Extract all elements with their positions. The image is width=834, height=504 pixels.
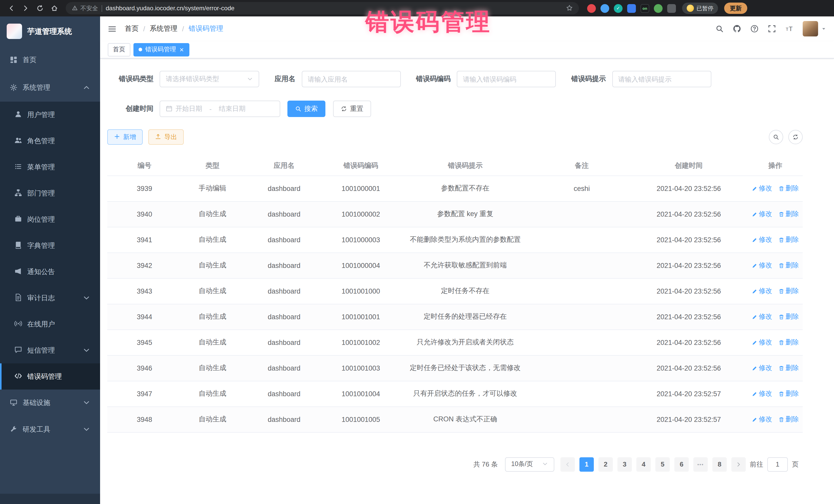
sidebar-collapse-bar[interactable] xyxy=(0,494,100,504)
extension-puzzle-icon[interactable] xyxy=(667,4,676,13)
cell-created: 2021-04-20 23:52:56 xyxy=(630,176,748,201)
delete-link[interactable]: 删除 xyxy=(778,389,799,398)
page-url: dashboard.yudao.iocoder.cn/system/error-… xyxy=(106,5,235,12)
close-icon[interactable] xyxy=(179,47,184,52)
edit-link[interactable]: 修改 xyxy=(752,184,772,193)
fullscreen-icon[interactable] xyxy=(768,25,776,33)
tab-home[interactable]: 首页 xyxy=(108,43,130,56)
sidebar-item-error-codes[interactable]: 错误码管理 xyxy=(0,364,100,390)
sidebar-item-online-users[interactable]: 在线用户 xyxy=(0,311,100,337)
sidebar-item-menus[interactable]: 菜单管理 xyxy=(0,154,100,180)
sidebar-item-users[interactable]: 用户管理 xyxy=(0,102,100,128)
extension-grid-icon[interactable] xyxy=(627,4,636,13)
forward-icon[interactable] xyxy=(20,2,32,14)
delete-link[interactable]: 删除 xyxy=(778,312,799,321)
pagination-page-3[interactable]: 3 xyxy=(617,457,632,472)
help-icon[interactable] xyxy=(750,25,759,33)
toggle-search-button[interactable] xyxy=(769,130,783,144)
app-name-input[interactable] xyxy=(302,71,400,87)
pagination-prev[interactable] xyxy=(561,457,575,472)
error-type-select[interactable]: 请选择错误码类型 xyxy=(160,71,259,87)
breadcrumb-home[interactable]: 首页 xyxy=(125,24,138,34)
gear-icon xyxy=(10,84,18,92)
tab-error-code[interactable]: 错误码管理 xyxy=(133,43,190,56)
font-size-icon[interactable] xyxy=(785,25,793,33)
pagination-page-1[interactable]: 1 xyxy=(579,457,594,472)
browser-update-button[interactable]: 更新 xyxy=(724,3,747,14)
pagination-page-2[interactable]: 2 xyxy=(598,457,613,472)
pagination-next[interactable] xyxy=(731,457,746,472)
edit-link[interactable]: 修改 xyxy=(752,338,772,347)
delete-link[interactable]: 删除 xyxy=(778,261,799,270)
app-logo[interactable]: 芋道管理系统 xyxy=(0,17,100,46)
sidebar-item-roles[interactable]: 角色管理 xyxy=(0,128,100,154)
create-time-range-picker[interactable]: 开始日期 - 结束日期 xyxy=(160,101,280,117)
delete-link[interactable]: 删除 xyxy=(778,235,799,244)
sidebar-item-audit-logs[interactable]: 审计日志 xyxy=(0,285,100,311)
delete-link[interactable]: 删除 xyxy=(778,338,799,347)
extension-red-icon[interactable] xyxy=(587,4,596,13)
pagination-page-5[interactable]: 5 xyxy=(655,457,670,472)
edit-link[interactable]: 修改 xyxy=(752,261,772,270)
briefcase-icon xyxy=(14,215,22,223)
page-size-select[interactable]: 10条/页 xyxy=(505,457,554,472)
edit-link[interactable]: 修改 xyxy=(752,286,772,295)
code-icon xyxy=(14,372,22,380)
filter-label-app: 应用名 xyxy=(275,74,295,84)
edit-link[interactable]: 修改 xyxy=(752,364,772,373)
export-button[interactable]: 导出 xyxy=(148,129,184,145)
github-icon[interactable] xyxy=(733,25,741,33)
extension-green-icon[interactable] xyxy=(654,4,663,13)
pagination-more[interactable]: ••• xyxy=(694,457,708,472)
refresh-table-button[interactable] xyxy=(788,130,803,144)
table-row: 3939手动编辑dashboard1001000001参数配置不存在ceshi2… xyxy=(107,176,803,201)
back-icon[interactable] xyxy=(5,2,18,14)
sidebar-item-notices[interactable]: 通知公告 xyxy=(0,259,100,285)
sidebar-item-dictionaries[interactable]: 字典管理 xyxy=(0,233,100,259)
error-code-input[interactable] xyxy=(457,71,556,87)
edit-link[interactable]: 修改 xyxy=(752,235,772,244)
sidebar-item-posts[interactable]: 岗位管理 xyxy=(0,206,100,233)
pagination-page-8[interactable]: 8 xyxy=(712,457,727,472)
cell-remark xyxy=(534,407,630,432)
dashboard-icon xyxy=(10,56,18,64)
edit-link[interactable]: 修改 xyxy=(752,389,772,398)
breadcrumb-system[interactable]: 系统管理 xyxy=(150,24,178,34)
sidebar-item-dev-tools[interactable]: 研发工具 xyxy=(0,416,100,443)
sidebar-item-system[interactable]: 系统管理 xyxy=(0,74,100,102)
sidebar-item-sms[interactable]: 短信管理 xyxy=(0,337,100,364)
user-menu[interactable] xyxy=(803,21,826,37)
search-button[interactable]: 搜索 xyxy=(287,101,325,117)
pagination-page-6[interactable]: 6 xyxy=(674,457,689,472)
browser-home-icon[interactable] xyxy=(48,2,61,14)
reload-icon[interactable] xyxy=(34,2,46,14)
goto-page-input[interactable] xyxy=(767,457,788,472)
reset-button[interactable]: 重置 xyxy=(333,101,371,117)
col-actions: 操作 xyxy=(748,156,803,176)
error-msg-input[interactable] xyxy=(612,71,711,87)
profile-paused-chip[interactable]: 已暂停 xyxy=(682,3,718,14)
extension-teal-check-icon[interactable]: ✓ xyxy=(614,4,622,13)
extension-on-badge[interactable]: on xyxy=(640,4,649,13)
sidebar-item-home[interactable]: 首页 xyxy=(0,46,100,74)
sidebar-item-infrastructure[interactable]: 基础设施 xyxy=(0,390,100,416)
pagination-page-4[interactable]: 4 xyxy=(636,457,651,472)
edit-link[interactable]: 修改 xyxy=(752,415,772,424)
address-bar[interactable]: 不安全 dashboard.yudao.iocoder.cn/system/er… xyxy=(66,2,579,14)
cell-id: 3942 xyxy=(107,253,182,278)
delete-link[interactable]: 删除 xyxy=(778,286,799,295)
delete-link[interactable]: 删除 xyxy=(778,364,799,373)
edit-link[interactable]: 修改 xyxy=(752,210,772,219)
security-indicator[interactable]: 不安全 xyxy=(72,4,98,12)
bookmark-star-icon[interactable] xyxy=(566,4,573,12)
table-row: 3940自动生成dashboard1001000002参数配置 key 重复20… xyxy=(107,201,803,227)
delete-link[interactable]: 删除 xyxy=(778,415,799,424)
fold-sidebar-icon[interactable] xyxy=(108,24,116,33)
extension-blue-icon[interactable] xyxy=(600,4,609,13)
search-icon[interactable] xyxy=(716,25,724,33)
delete-link[interactable]: 删除 xyxy=(778,210,799,219)
add-button[interactable]: 新增 xyxy=(107,129,143,145)
delete-link[interactable]: 删除 xyxy=(778,184,799,193)
sidebar-item-departments[interactable]: 部门管理 xyxy=(0,180,100,206)
edit-link[interactable]: 修改 xyxy=(752,312,772,321)
